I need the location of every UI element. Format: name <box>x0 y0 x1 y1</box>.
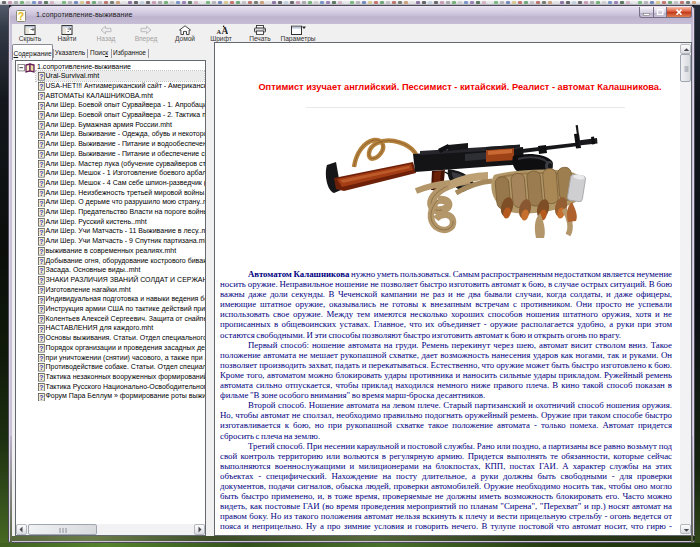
svg-text:?: ? <box>39 277 43 284</box>
svg-text:?: ? <box>39 335 43 342</box>
svg-text:?: ? <box>39 306 43 313</box>
svg-text:?: ? <box>39 83 43 90</box>
svg-text:?: ? <box>39 296 43 303</box>
svg-text:?: ? <box>39 238 43 245</box>
svg-text:?: ? <box>39 93 43 100</box>
svg-text:?: ? <box>39 73 43 80</box>
svg-text:?: ? <box>39 374 43 381</box>
svg-text:?: ? <box>39 141 43 148</box>
svg-text:?: ? <box>39 122 43 129</box>
svg-text:?: ? <box>39 102 43 109</box>
svg-text:?: ? <box>39 161 43 168</box>
svg-text:?: ? <box>39 209 43 216</box>
svg-text:?: ? <box>39 325 43 332</box>
svg-text:?: ? <box>39 248 43 255</box>
svg-text:?: ? <box>39 228 43 235</box>
svg-text:?: ? <box>39 393 43 400</box>
svg-text:?: ? <box>39 170 43 177</box>
svg-text:?: ? <box>39 355 43 362</box>
svg-text:?: ? <box>39 267 43 274</box>
svg-text:?: ? <box>39 180 43 187</box>
svg-text:?: ? <box>39 112 43 119</box>
svg-text:?: ? <box>39 287 43 294</box>
svg-text:?: ? <box>18 10 24 22</box>
svg-text:?: ? <box>39 316 43 323</box>
svg-text:?: ? <box>39 199 43 206</box>
svg-text:?: ? <box>39 364 43 371</box>
svg-text:?: ? <box>39 151 43 158</box>
svg-text:A: A <box>221 26 228 35</box>
svg-text:?: ? <box>39 345 43 352</box>
svg-text:?: ? <box>39 131 43 138</box>
svg-text:?: ? <box>39 258 43 265</box>
svg-text:?: ? <box>39 219 43 226</box>
svg-text:?: ? <box>39 384 43 391</box>
svg-text:?: ? <box>39 190 43 197</box>
